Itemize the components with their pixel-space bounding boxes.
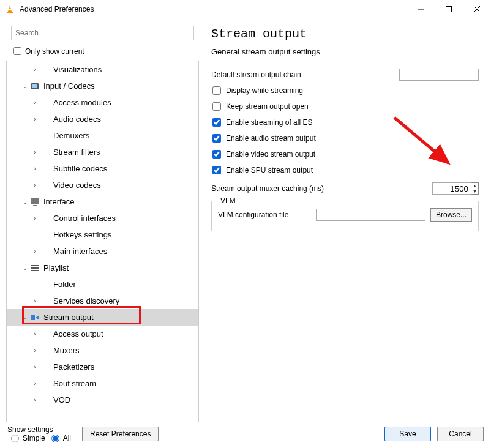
preferences-tree[interactable]: ›Visualizations⌄Input / Codecs›Access mo… xyxy=(6,61,199,422)
tree-node-label: Demuxers xyxy=(51,131,89,140)
chevron-icon[interactable]: › xyxy=(31,397,39,403)
close-button[interactable] xyxy=(463,0,491,18)
tree-node[interactable]: ›Visualizations xyxy=(7,61,198,78)
browse-button[interactable]: Browse... xyxy=(430,208,472,222)
video-checkbox[interactable] xyxy=(212,150,221,159)
chevron-icon[interactable]: ⌄ xyxy=(21,83,29,89)
spin-up-icon[interactable]: ▲ xyxy=(471,183,478,189)
mux-label: Stream output muxer caching (ms) xyxy=(211,184,432,193)
minimize-button[interactable] xyxy=(407,0,435,18)
tree-node[interactable]: Demuxers xyxy=(7,127,198,144)
footer: Show settings Simple All Reset Preferenc… xyxy=(0,422,491,446)
tree-node[interactable]: ›Access modules xyxy=(7,94,198,111)
panel-heading: Stream output xyxy=(211,27,479,41)
tree-node[interactable]: ›Packetizers xyxy=(7,359,198,375)
chevron-icon[interactable]: ⌄ xyxy=(21,198,29,205)
tree-node-label: Subtitle codecs xyxy=(51,164,107,173)
mux-input[interactable] xyxy=(432,182,471,195)
vlc-icon xyxy=(5,4,15,14)
spu-checkbox[interactable] xyxy=(212,166,221,174)
tree-node[interactable]: ›Muxers xyxy=(7,342,198,359)
keep-checkbox[interactable] xyxy=(212,102,221,111)
tree-node-label: Main interfaces xyxy=(51,247,107,256)
only-show-current-checkbox[interactable] xyxy=(13,47,21,55)
chevron-icon[interactable]: › xyxy=(31,380,39,387)
vlm-groupbox: VLM VLM configuration file Browse... xyxy=(211,201,479,231)
titlebar: Advanced Preferences xyxy=(0,0,491,18)
chevron-icon[interactable]: › xyxy=(31,182,39,189)
chevron-icon[interactable]: › xyxy=(31,330,39,337)
all-es-label: Enable streaming of all ES xyxy=(226,118,479,127)
reset-button[interactable]: Reset Preferences xyxy=(82,427,159,441)
mux-spinbox[interactable]: ▲▼ xyxy=(432,182,479,195)
search-input[interactable] xyxy=(11,26,194,40)
svg-rect-10 xyxy=(31,198,39,204)
all-es-checkbox[interactable] xyxy=(212,118,221,127)
category-icon xyxy=(29,81,41,91)
tree-node[interactable]: ⌄Interface xyxy=(7,193,198,210)
cancel-button[interactable]: Cancel xyxy=(437,427,484,441)
chevron-icon[interactable]: ⌄ xyxy=(21,264,29,271)
simple-radio[interactable] xyxy=(11,435,19,442)
tree-node[interactable]: ⌄Input / Codecs xyxy=(7,78,198,94)
tree-node-label: Input / Codecs xyxy=(41,81,95,91)
tree-node-label: Muxers xyxy=(51,346,80,355)
tree-node-label: Sout stream xyxy=(51,379,96,388)
tree-node-label: Packetizers xyxy=(51,362,94,371)
tree-node[interactable]: ›Audio codecs xyxy=(7,111,198,127)
tree-node-label: Playlist xyxy=(41,263,69,272)
chevron-icon[interactable]: › xyxy=(31,347,39,354)
svg-rect-11 xyxy=(33,205,37,206)
tree-node[interactable]: ›Access output xyxy=(7,326,198,342)
chevron-icon[interactable]: › xyxy=(31,149,39,155)
svg-rect-9 xyxy=(32,84,37,88)
spin-arrows[interactable]: ▲▼ xyxy=(471,182,479,195)
tree-node[interactable]: ›VOD xyxy=(7,392,198,408)
settings-panel: Stream output General stream output sett… xyxy=(199,21,485,422)
chain-input[interactable] xyxy=(399,69,479,81)
tree-node-label: VOD xyxy=(51,395,70,405)
window-title: Advanced Preferences xyxy=(20,5,407,13)
svg-rect-1 xyxy=(7,12,13,13)
chevron-icon[interactable]: ⌄ xyxy=(21,314,29,321)
tree-node[interactable]: ›Video codecs xyxy=(7,177,198,193)
chevron-icon[interactable]: › xyxy=(31,297,39,304)
tree-node-label: Access modules xyxy=(51,98,111,107)
tree-node[interactable]: ›Control interfaces xyxy=(7,210,198,226)
all-radio[interactable] xyxy=(51,435,59,442)
svg-rect-5 xyxy=(446,6,452,12)
tree-node-label: Stream output xyxy=(41,313,94,322)
show-settings-label: Show settings xyxy=(7,425,73,434)
chevron-icon[interactable]: › xyxy=(31,99,39,106)
tree-node[interactable]: ⌄Stream output xyxy=(7,309,198,326)
display-label: Display while streaming xyxy=(226,86,479,95)
maximize-button[interactable] xyxy=(435,0,463,18)
tree-node[interactable]: ›Stream filters xyxy=(7,144,198,160)
svg-rect-2 xyxy=(9,7,11,8)
tree-node[interactable]: ⌄Playlist xyxy=(7,259,198,276)
panel-subheading: General stream output settings xyxy=(211,47,479,56)
chevron-icon[interactable]: › xyxy=(31,215,39,222)
vlm-conf-input[interactable] xyxy=(316,209,425,221)
tree-node[interactable]: Folder xyxy=(7,276,198,293)
tree-node[interactable]: Hotkeys settings xyxy=(7,226,198,243)
only-show-current-row[interactable]: Only show current xyxy=(11,45,194,57)
save-button[interactable]: Save xyxy=(384,427,431,441)
chevron-icon[interactable]: › xyxy=(31,248,39,255)
tree-node[interactable]: ›Sout stream xyxy=(7,375,198,392)
tree-node-label: Visualizations xyxy=(51,65,102,74)
chevron-icon[interactable]: › xyxy=(31,66,39,73)
tree-node-label: Audio codecs xyxy=(51,114,101,124)
display-checkbox[interactable] xyxy=(212,86,221,95)
audio-checkbox[interactable] xyxy=(212,134,221,143)
tree-node[interactable]: ›Main interfaces xyxy=(7,243,198,259)
tree-node[interactable]: ›Services discovery xyxy=(7,293,198,309)
chevron-icon[interactable]: › xyxy=(31,116,39,122)
tree-node-label: Interface xyxy=(41,197,75,206)
category-icon xyxy=(29,313,41,323)
tree-node[interactable]: ›Subtitle codecs xyxy=(7,160,198,177)
chevron-icon[interactable]: › xyxy=(31,364,39,370)
spin-down-icon[interactable]: ▼ xyxy=(471,189,478,194)
chevron-icon[interactable]: › xyxy=(31,165,39,172)
video-label: Enable video stream output xyxy=(226,150,479,159)
